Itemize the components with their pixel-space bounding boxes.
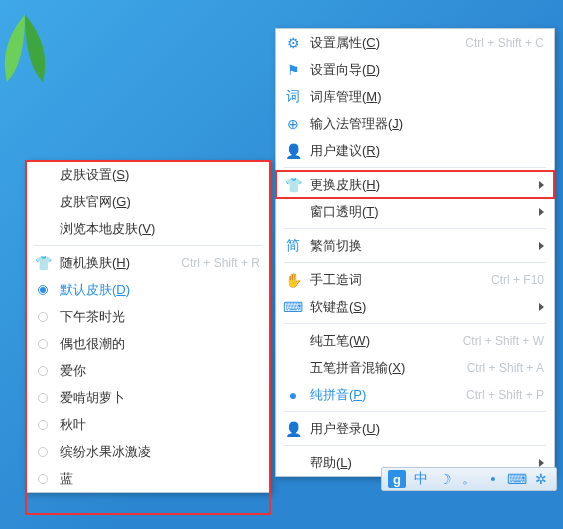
simplified-icon: 简 (284, 237, 302, 255)
radio-icon (34, 389, 52, 407)
menu-item[interactable]: 皮肤设置(S) (26, 161, 270, 188)
spacer (284, 203, 302, 221)
menu-item[interactable]: 简繁简切换 (276, 232, 554, 259)
menu-item-label: 纯拼音(P) (310, 386, 446, 404)
menu-item-label: 下午茶时光 (60, 308, 260, 326)
menu-item[interactable]: ⊕输入法管理器(J) (276, 110, 554, 137)
user-icon: 👤 (284, 420, 302, 438)
menu-item-label: 手工造词 (310, 271, 471, 289)
menu-item-label: 随机换肤(H) (60, 254, 161, 272)
menu-item[interactable]: 下午茶时光 (26, 303, 270, 330)
menu-item-label: 五笔拼音混输(X) (310, 359, 447, 377)
submenu-arrow-icon (539, 242, 544, 250)
ime-taskbar: g中☽。•⌨✲ (381, 467, 557, 491)
menu-item[interactable]: 纯五笔(W)Ctrl + Shift + W (276, 327, 554, 354)
menu-item-shortcut: Ctrl + Shift + A (467, 361, 544, 375)
submenu-arrow-icon (539, 181, 544, 189)
menu-item-shortcut: Ctrl + F10 (491, 273, 544, 287)
menu-item-label: 爱啃胡萝卜 (60, 389, 260, 407)
menu-item-label: 繁简切换 (310, 237, 521, 255)
keyboard-icon[interactable]: ⌨ (508, 470, 526, 488)
menu-item-label: 秋叶 (60, 416, 260, 434)
punct-icon[interactable]: 。 (460, 470, 478, 488)
menu-item[interactable]: 👤用户建议(R) (276, 137, 554, 164)
menu-item[interactable]: ⚙设置属性(C)Ctrl + Shift + C (276, 29, 554, 56)
moon-icon[interactable]: ☽ (436, 470, 454, 488)
radio-icon (34, 308, 52, 326)
menu-item-label: 用户登录(U) (310, 420, 544, 438)
menu-item[interactable]: 五笔拼音混输(X)Ctrl + Shift + A (276, 354, 554, 381)
radio-icon (34, 443, 52, 461)
menu-item[interactable]: 👕更换皮肤(H) (276, 171, 554, 198)
skin-icon: 👕 (34, 254, 52, 272)
spacer (284, 454, 302, 472)
menu-item[interactable]: 👕随机换肤(H)Ctrl + Shift + R (26, 249, 270, 276)
settings-icon[interactable]: ✲ (532, 470, 550, 488)
radio-icon (34, 416, 52, 434)
menu-item-label: 偶也很潮的 (60, 335, 260, 353)
menu-separator (284, 323, 546, 324)
menu-item[interactable]: ⚑设置向导(D) (276, 56, 554, 83)
menu-separator (284, 167, 546, 168)
menu-item-label: 浏览本地皮肤(V) (60, 220, 260, 238)
hand-icon: ✋ (284, 271, 302, 289)
menu-separator (284, 411, 546, 412)
menu-item[interactable]: 秋叶 (26, 411, 270, 438)
spacer (284, 332, 302, 350)
radio-icon (34, 335, 52, 353)
menu-item-label: 皮肤设置(S) (60, 166, 260, 184)
menu-item-label: 皮肤官网(G) (60, 193, 260, 211)
menu-separator (284, 262, 546, 263)
submenu-arrow-icon (539, 208, 544, 216)
menu-separator (284, 445, 546, 446)
menu-item-label: 默认皮肤(D) (60, 281, 260, 299)
menu-item[interactable]: ●纯拼音(P)Ctrl + Shift + P (276, 381, 554, 408)
g-logo[interactable]: g (388, 470, 406, 488)
menu-item[interactable]: 爱你 (26, 357, 270, 384)
menu-item[interactable]: 浏览本地皮肤(V) (26, 215, 270, 242)
user-icon[interactable]: • (484, 470, 502, 488)
flag-icon: ⚑ (284, 61, 302, 79)
menu-item-label: 输入法管理器(J) (310, 115, 544, 133)
submenu-arrow-icon (539, 459, 544, 467)
menu-item-shortcut: Ctrl + Shift + R (181, 256, 260, 270)
skin-icon: 👕 (284, 176, 302, 194)
menu-item[interactable]: 词词库管理(M) (276, 83, 554, 110)
menu-item[interactable]: ✋手工造词Ctrl + F10 (276, 266, 554, 293)
dict-icon: 词 (284, 88, 302, 106)
spacer (34, 166, 52, 184)
menu-item-shortcut: Ctrl + Shift + P (466, 388, 544, 402)
radio-icon (34, 470, 52, 488)
menu-item[interactable]: 皮肤官网(G) (26, 188, 270, 215)
user-icon: 👤 (284, 142, 302, 160)
skin-submenu: 皮肤设置(S)皮肤官网(G)浏览本地皮肤(V)👕随机换肤(H)Ctrl + Sh… (25, 160, 271, 493)
menu-item[interactable]: 窗口透明(T) (276, 198, 554, 225)
menu-item[interactable]: 爱啃胡萝卜 (26, 384, 270, 411)
menu-item[interactable]: 👤用户登录(U) (276, 415, 554, 442)
menu-item-label: 纯五笔(W) (310, 332, 443, 350)
gear-icon: ⚙ (284, 34, 302, 52)
menu-item-label: 用户建议(R) (310, 142, 544, 160)
menu-item[interactable]: 缤纷水果冰激凌 (26, 438, 270, 465)
globe-icon: ⊕ (284, 115, 302, 133)
ime-context-menu: ⚙设置属性(C)Ctrl + Shift + C⚑设置向导(D)词词库管理(M)… (275, 28, 555, 477)
menu-item-label: 蓝 (60, 470, 260, 488)
menu-item-label: 更换皮肤(H) (310, 176, 521, 194)
radio-icon (34, 281, 52, 299)
menu-separator (34, 245, 262, 246)
keyboard-icon: ⌨ (284, 298, 302, 316)
ime-mode[interactable]: 中 (412, 470, 430, 488)
menu-item-label: 缤纷水果冰激凌 (60, 443, 260, 461)
menu-item[interactable]: 偶也很潮的 (26, 330, 270, 357)
menu-item[interactable]: 蓝 (26, 465, 270, 492)
menu-item-shortcut: Ctrl + Shift + C (465, 36, 544, 50)
spacer (284, 359, 302, 377)
menu-item-label: 软键盘(S) (310, 298, 521, 316)
menu-item[interactable]: 默认皮肤(D) (26, 276, 270, 303)
menu-item-label: 爱你 (60, 362, 260, 380)
spacer (34, 193, 52, 211)
menu-item-label: 设置属性(C) (310, 34, 445, 52)
desktop-decoration-leaf (0, 10, 70, 100)
menu-item[interactable]: ⌨软键盘(S) (276, 293, 554, 320)
submenu-arrow-icon (539, 303, 544, 311)
